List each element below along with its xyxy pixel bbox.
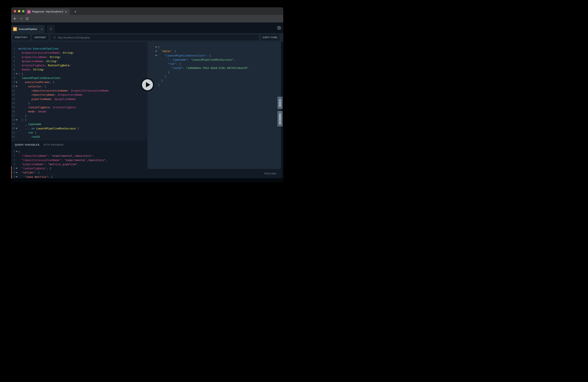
lint-marker: [11, 171, 12, 174]
code-line[interactable]: 8 launchPipelineExecution(: [11, 76, 147, 80]
code-text: "__typename": "LaunchPipelineRunSuccess"…: [158, 58, 235, 62]
fold-arrow-icon[interactable]: [15, 85, 18, 88]
fold-gutter: [15, 59, 18, 63]
lint-marker: [11, 175, 12, 178]
session-close-icon[interactable]: ✕: [41, 27, 43, 31]
code-text: mode: $mode: [18, 109, 46, 114]
fold-gutter: [154, 58, 158, 62]
code-line[interactable]: 4 "pipelineName": "metrics_pipeline",: [11, 162, 147, 166]
code-line[interactable]: 19 __typename: [11, 122, 147, 126]
code-line[interactable]: 15 runConfigData: $runConfigData: [11, 105, 147, 109]
schema-side-tab[interactable]: SCHEMA: [277, 111, 282, 127]
fold-arrow-icon[interactable]: [15, 118, 18, 122]
fold-arrow-icon[interactable]: [154, 54, 158, 58]
history-button[interactable]: HISTORY: [32, 35, 48, 40]
code-line[interactable]: 12 repositoryName: $repositoryName: [11, 93, 147, 97]
code-line[interactable]: 2 $repositoryLocationName: String!: [11, 51, 147, 55]
fold-gutter: [15, 130, 18, 135]
back-icon[interactable]: [13, 17, 17, 21]
code-line[interactable]: 10 selector: {: [11, 85, 147, 88]
tab-query-variables[interactable]: QUERY VARIABLES: [15, 144, 40, 146]
execute-query-button[interactable]: [141, 78, 154, 91]
code-line[interactable]: 9 executionParams: {: [11, 80, 147, 84]
code-line[interactable]: 3 "repositoryLocationName": "experimenta…: [11, 158, 147, 162]
code-line[interactable]: 2 "repositoryName": "experimental_reposi…: [11, 154, 147, 158]
zoom-window-button[interactable]: [22, 10, 24, 12]
code-line[interactable]: 7) {: [11, 72, 147, 76]
code-line[interactable]: 11 repositoryLocationName: $repositoryLo…: [11, 88, 147, 93]
fold-gutter: [15, 67, 18, 72]
reload-schema-icon[interactable]: [53, 36, 56, 39]
line-number: 15: [11, 105, 15, 109]
session-tab-executepipeline[interactable]: M ExecutePipeline ✕: [11, 25, 45, 33]
code-line[interactable]: 5 "runConfigData": {: [11, 166, 147, 170]
settings-gear-icon[interactable]: [276, 25, 282, 31]
fold-arrow-icon[interactable]: [15, 149, 18, 154]
fold-arrow-icon[interactable]: [15, 175, 18, 178]
variables-editor[interactable]: 1{2 "repositoryName": "experimental_repo…: [11, 149, 147, 178]
fold-arrow-icon[interactable]: [15, 166, 18, 170]
prettify-button[interactable]: PRETTIFY: [13, 35, 30, 40]
code-text: launchPipelineExecution(: [18, 76, 61, 80]
code-line[interactable]: 21 run {: [11, 130, 147, 135]
code-line: "run": {: [147, 62, 281, 66]
browser-tab[interactable]: Playground - http://localhost:3 ✕: [25, 8, 70, 15]
code-line[interactable]: 17 }: [11, 114, 147, 118]
code-line[interactable]: 3 $repositoryName: String!: [11, 55, 147, 59]
session-tab-label: ExecutePipeline: [19, 28, 41, 30]
code-line[interactable]: 23 }: [11, 139, 147, 141]
code-line[interactable]: 14 }: [11, 101, 147, 105]
close-window-button[interactable]: [14, 10, 16, 12]
fold-gutter: [154, 70, 158, 74]
query-editor[interactable]: 1mutation ExecutePipeline(2 $repositoryL…: [11, 42, 147, 141]
code-text: }: [18, 114, 26, 118]
fold-arrow-icon[interactable]: [15, 72, 18, 76]
tab-http-headers[interactable]: HTTP HEADERS: [44, 144, 64, 146]
copy-curl-button[interactable]: COPY CURL: [261, 35, 279, 40]
code-text: repositoryLocationName: $repositoryLocat…: [18, 88, 109, 93]
code-text: $runConfigData: RunConfigData!: [18, 63, 71, 67]
minimize-window-button[interactable]: [18, 10, 20, 12]
reload-icon[interactable]: [25, 17, 29, 21]
fold-arrow-icon[interactable]: [15, 170, 18, 175]
code-line[interactable]: 1{: [11, 149, 147, 154]
code-line[interactable]: 4 $pipelineName: String!: [11, 59, 147, 63]
code-line[interactable]: 18 ) {: [11, 118, 147, 122]
fold-arrow-icon[interactable]: [15, 127, 18, 130]
endpoint-input[interactable]: http://localhost:3333/graphql: [51, 35, 259, 40]
line-number: 21: [11, 130, 15, 135]
tracing-label[interactable]: TRACING: [264, 172, 276, 175]
code-line[interactable]: 1mutation ExecutePipeline(: [11, 46, 147, 51]
code-line[interactable]: 7 "save_metrics": {: [11, 175, 147, 178]
fold-arrow-icon[interactable]: [154, 49, 158, 53]
code-line[interactable]: 20 ... on LaunchPipelineRunSuccess {: [11, 127, 147, 130]
code-line: "__typename": "LaunchPipelineRunSuccess"…: [147, 58, 281, 62]
fold-gutter: [15, 114, 18, 118]
tab-close-icon[interactable]: ✕: [65, 10, 67, 13]
docs-side-tab[interactable]: DOCS: [277, 97, 282, 109]
line-number: 10: [11, 85, 15, 88]
fold-gutter: [15, 135, 18, 139]
code-line[interactable]: 6 $mode: String!: [11, 67, 147, 72]
fold-gutter: [15, 46, 18, 51]
code-text: "repositoryName": "experimental_reposito…: [18, 154, 94, 158]
fold-arrow-icon[interactable]: [15, 80, 18, 84]
desktop-background: Playground - http://localhost:3 ✕ +: [0, 0, 294, 191]
new-session-tab-button[interactable]: +: [47, 25, 55, 33]
code-line[interactable]: 22 runId: [11, 135, 147, 139]
new-tab-button[interactable]: +: [72, 9, 78, 15]
code-text: run {: [18, 130, 36, 135]
code-line[interactable]: 13 pipelineName: $pipelineName: [11, 97, 147, 101]
code-text: "run": {: [158, 62, 181, 66]
line-number: 2: [11, 154, 15, 158]
schema-side-tab-label: SCHEMA: [279, 113, 281, 124]
fold-arrow-icon[interactable]: [154, 45, 158, 49]
code-line[interactable]: 6 "solids": {: [11, 170, 147, 175]
forward-icon[interactable]: [19, 17, 23, 21]
response-viewer: { "data": { "launchPipelineExecution": {…: [147, 42, 281, 169]
window-controls[interactable]: [14, 10, 24, 12]
code-line[interactable]: 5 $runConfigData: RunConfigData!: [11, 63, 147, 67]
fold-gutter: [15, 105, 18, 109]
code-line[interactable]: 16 mode: $mode: [11, 109, 147, 114]
line-number: 6: [11, 170, 15, 175]
